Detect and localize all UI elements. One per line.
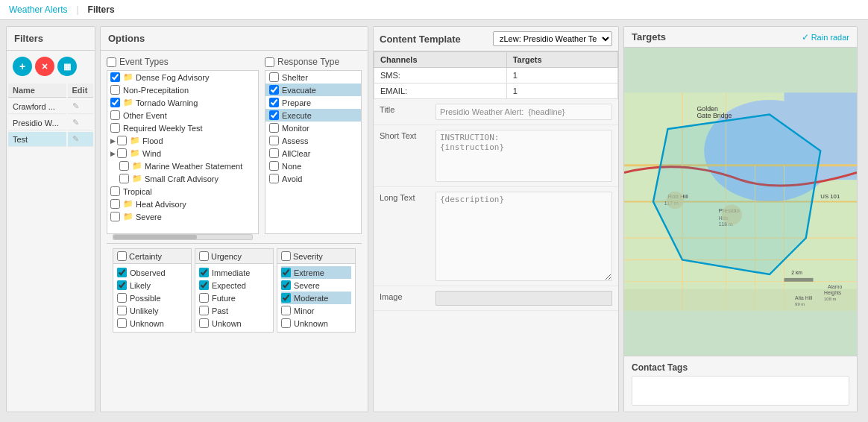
item-checkbox[interactable]: [110, 98, 120, 107]
filter-item[interactable]: Unknown: [117, 317, 187, 330]
event-list[interactable]: 📁 Dense Fog Advisory Non-Precepitation 📁…: [107, 70, 259, 234]
long-text-input[interactable]: {description}: [435, 192, 612, 281]
list-item[interactable]: Non-Precepitation: [107, 84, 258, 96]
item-checkbox[interactable]: [117, 136, 127, 145]
image-upload[interactable]: [435, 291, 612, 306]
item-checkbox[interactable]: [110, 110, 120, 120]
item-checkbox[interactable]: [199, 306, 209, 315]
event-types-checkbox[interactable]: [107, 57, 116, 67]
item-checkbox[interactable]: [110, 72, 120, 82]
filter-item[interactable]: Unlikely: [117, 304, 187, 317]
severity-checkbox[interactable]: [281, 251, 291, 261]
severity-group: Severity Extreme Severe Mo: [277, 248, 356, 333]
rain-radar-badge[interactable]: ✓ Rain radar: [802, 32, 849, 42]
item-checkbox[interactable]: [269, 136, 279, 145]
list-item[interactable]: Evacuate: [265, 84, 361, 96]
filter-item[interactable]: Possible: [117, 292, 187, 304]
list-item[interactable]: Required Weekly Test: [107, 122, 258, 134]
filter-item[interactable]: Extreme: [281, 266, 351, 279]
item-checkbox[interactable]: [281, 306, 291, 315]
urgency-checkbox[interactable]: [199, 251, 209, 261]
list-item[interactable]: AllClear: [265, 147, 361, 160]
item-checkbox[interactable]: [117, 148, 127, 158]
title-input[interactable]: [435, 104, 612, 120]
response-list[interactable]: Shelter Evacuate Prepare Execute: [265, 70, 362, 234]
scrollbar-thumb[interactable]: [113, 235, 197, 239]
item-checkbox[interactable]: [117, 293, 127, 303]
filter-item[interactable]: Past: [199, 304, 269, 317]
item-checkbox[interactable]: [281, 280, 291, 290]
item-checkbox[interactable]: [269, 174, 279, 183]
filter-item[interactable]: Severe: [281, 279, 351, 292]
item-checkbox[interactable]: [119, 161, 129, 171]
list-item[interactable]: Avoid: [265, 172, 361, 185]
filter-item[interactable]: Immediate: [199, 266, 269, 279]
filter-item[interactable]: Likely: [117, 279, 187, 292]
item-checkbox[interactable]: [269, 110, 279, 120]
item-checkbox[interactable]: [117, 306, 127, 315]
list-item[interactable]: ▶ 📁 Flood: [107, 134, 258, 147]
list-item[interactable]: Assess: [265, 134, 361, 147]
filter-item[interactable]: Future: [199, 292, 269, 304]
horizontal-scrollbar[interactable]: [113, 234, 253, 240]
template-select[interactable]: zLew: Presidio Weather Tem: [493, 31, 612, 46]
filter-edit[interactable]: ✎: [68, 116, 93, 130]
contact-tags-input[interactable]: [632, 376, 849, 406]
response-type-checkbox[interactable]: [265, 57, 274, 67]
list-item[interactable]: 📁 Heat Advisory: [107, 198, 258, 210]
remove-filter-button[interactable]: ×: [35, 57, 54, 76]
list-item[interactable]: Prepare: [265, 96, 361, 109]
item-checkbox[interactable]: [199, 318, 209, 328]
filter-row-selected[interactable]: Test ✎: [8, 132, 93, 147]
list-item[interactable]: 📁 Marine Weather Statement: [107, 160, 258, 172]
item-checkbox[interactable]: [199, 268, 209, 277]
item-checkbox[interactable]: [269, 148, 279, 158]
filter-item[interactable]: Moderate: [281, 292, 351, 304]
filter-edit[interactable]: ✎: [68, 132, 93, 147]
list-item[interactable]: None: [265, 160, 361, 172]
filter-item[interactable]: Observed: [117, 266, 187, 279]
item-checkbox[interactable]: [281, 318, 291, 328]
filter-row[interactable]: Presidio W... ✎: [8, 116, 93, 130]
item-checkbox[interactable]: [269, 123, 279, 133]
list-item[interactable]: 📁 Tornado Warning: [107, 96, 258, 109]
copy-filter-button[interactable]: ▦: [57, 57, 77, 76]
filter-row[interactable]: Crawford ... ✎: [8, 99, 93, 114]
list-item[interactable]: Tropical: [107, 185, 258, 198]
list-item[interactable]: Monitor: [265, 122, 361, 134]
short-text-input[interactable]: INSTRUCTION: {instruction}: [435, 130, 612, 182]
app-title[interactable]: Weather Alerts: [9, 4, 67, 15]
list-item[interactable]: 📁 Severe: [107, 210, 258, 223]
filter-item[interactable]: Minor: [281, 304, 351, 317]
list-item[interactable]: 📁 Dense Fog Advisory: [107, 71, 258, 84]
item-checkbox[interactable]: [199, 280, 209, 290]
item-checkbox[interactable]: [110, 186, 120, 196]
filter-item[interactable]: Unknown: [281, 317, 351, 330]
list-item[interactable]: ▶ 📁 Wind: [107, 147, 258, 160]
item-checkbox[interactable]: [110, 199, 120, 209]
list-item[interactable]: Shelter: [265, 71, 361, 84]
item-checkbox[interactable]: [119, 174, 129, 183]
item-checkbox[interactable]: [269, 72, 279, 82]
item-checkbox[interactable]: [110, 212, 120, 221]
item-checkbox[interactable]: [269, 85, 279, 95]
map-container[interactable]: Golden Gate Bridge Rob Hill 117 m Presid…: [624, 48, 857, 356]
item-checkbox[interactable]: [199, 293, 209, 303]
list-item[interactable]: Other Event: [107, 109, 258, 122]
list-item[interactable]: 📁 Small Craft Advisory: [107, 172, 258, 185]
add-filter-button[interactable]: +: [13, 57, 32, 76]
item-checkbox[interactable]: [269, 161, 279, 171]
list-item[interactable]: Execute: [265, 109, 361, 122]
certainty-checkbox[interactable]: [117, 251, 127, 261]
item-checkbox[interactable]: [110, 85, 120, 95]
item-checkbox[interactable]: [269, 98, 279, 107]
item-checkbox[interactable]: [117, 268, 127, 277]
item-checkbox[interactable]: [117, 280, 127, 290]
item-checkbox[interactable]: [110, 123, 120, 133]
item-checkbox[interactable]: [117, 318, 127, 328]
item-checkbox[interactable]: [281, 293, 291, 303]
filter-item[interactable]: Expected: [199, 279, 269, 292]
filter-edit[interactable]: ✎: [68, 99, 93, 114]
filter-item[interactable]: Unkown: [199, 317, 269, 330]
item-checkbox[interactable]: [281, 268, 291, 277]
